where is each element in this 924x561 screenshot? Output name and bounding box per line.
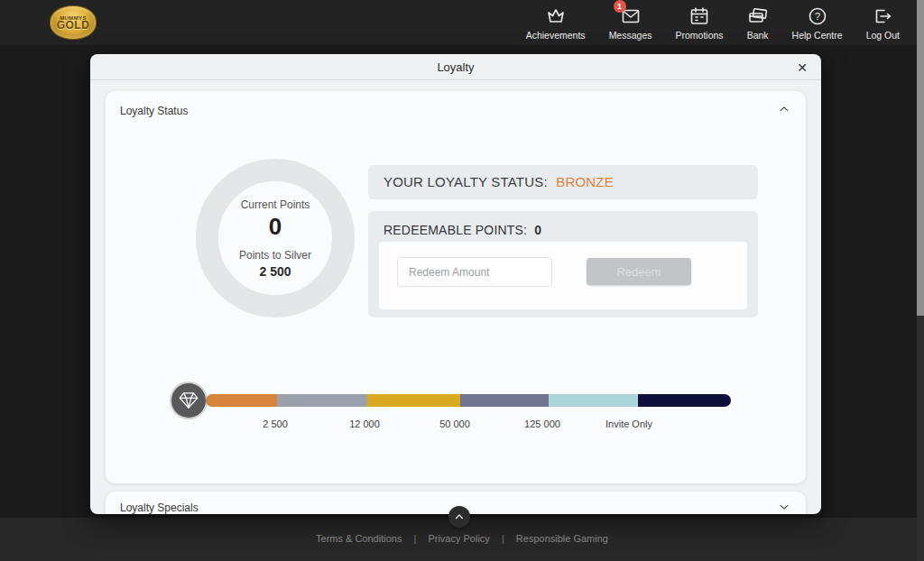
tier-threshold-label: 2 500 (263, 418, 288, 429)
segment-top-tier (638, 394, 731, 407)
close-icon[interactable]: ✕ (793, 59, 811, 77)
tier-threshold-label: 12 000 (349, 418, 380, 429)
nav-label: Achievements (526, 30, 586, 41)
modal-title: Loyalty (90, 54, 821, 80)
nav-label: Log Out (866, 30, 900, 41)
nav-item-promotions[interactable]: Promotions (663, 5, 735, 41)
redeemable-points-panel: REDEEMABLE POINTS: 0 Redeem (368, 211, 758, 317)
points-to-silver-value: 2 500 (259, 264, 291, 279)
nav-label: Promotions (675, 30, 723, 41)
loyalty-status-card: Loyalty Status Current Points 0 Points t… (106, 91, 806, 483)
segment-platinum (460, 394, 549, 407)
messages-badge: 1 (614, 0, 626, 13)
brand-logo-bottom-text: GOLD (57, 21, 90, 31)
calendar-icon (688, 5, 710, 27)
current-points-label: Current Points (241, 198, 310, 211)
loyalty-modal: Loyalty ✕ Loyalty Status Current Points … (90, 54, 821, 514)
terms-and-conditions-link[interactable]: Terms & Conditions (316, 533, 402, 544)
svg-text:?: ? (815, 11, 820, 22)
top-navbar: MUMMYS GOLD Achievements 1 Messages Prom… (0, 0, 924, 45)
tier-threshold-label: Invite Only (605, 418, 652, 429)
segment-diamond (549, 394, 638, 407)
redeem-amount-input[interactable] (397, 257, 552, 287)
nav-item-help-centre[interactable]: ? Help Centre (781, 5, 855, 41)
segment-bronze (206, 394, 277, 407)
nav-label: Bank (747, 30, 769, 41)
crown-icon (545, 5, 567, 27)
envelope-icon: 1 (620, 5, 642, 27)
brand-logo[interactable]: MUMMYS GOLD (50, 5, 97, 40)
tier-threshold-label: 50 000 (439, 418, 470, 429)
nav-item-achievements[interactable]: Achievements (514, 5, 597, 41)
chevron-down-icon[interactable] (777, 500, 791, 514)
redeemable-points-prefix: REDEEMABLE POINTS: (383, 223, 527, 237)
current-points-value: 0 (269, 213, 282, 241)
segment-gold (367, 394, 460, 407)
loyalty-status-banner: YOUR LOYALTY STATUS: BRONZE (368, 165, 758, 199)
question-icon: ? (807, 5, 828, 27)
loyalty-specials-title: Loyalty Specials (120, 501, 199, 514)
segment-silver (277, 394, 367, 407)
navbar-items: Achievements 1 Messages Promotions Bank … (514, 5, 911, 41)
points-to-silver-label: Points to Silver (239, 249, 311, 262)
redeem-button[interactable]: Redeem (587, 258, 691, 285)
page-scrollbar-track (917, 0, 924, 561)
nav-label: Messages (609, 30, 652, 41)
nav-item-messages[interactable]: 1 Messages (597, 5, 664, 41)
tier-progress-bar (206, 394, 731, 407)
logout-icon (872, 5, 893, 27)
page-scrollbar-thumb[interactable] (917, 0, 924, 316)
status-banner-prefix: YOUR LOYALTY STATUS: (383, 174, 548, 189)
redeemable-points-label: REDEEMABLE POINTS: 0 (383, 223, 541, 237)
chevron-up-icon[interactable] (777, 102, 791, 116)
footer-separator: | (502, 533, 504, 544)
tier-threshold-label: 125 000 (524, 418, 560, 429)
redeemable-points-value: 0 (534, 223, 541, 237)
nav-item-bank[interactable]: Bank (735, 5, 781, 41)
scroll-to-top-button[interactable] (448, 506, 470, 528)
loyalty-status-title: Loyalty Status (120, 105, 188, 117)
privacy-policy-link[interactable]: Privacy Policy (428, 533, 489, 544)
cards-icon (747, 5, 769, 27)
points-ring: Current Points 0 Points to Silver 2 500 (196, 159, 355, 317)
chevron-up-icon (453, 510, 466, 523)
nav-item-log-out[interactable]: Log Out (855, 5, 911, 41)
nav-label: Help Centre (792, 30, 843, 41)
redeem-form: Redeem (379, 242, 747, 309)
modal-header: Loyalty ✕ (90, 54, 821, 80)
status-tier-value: BRONZE (556, 174, 614, 189)
footer-separator: | (413, 533, 416, 544)
responsible-gaming-link[interactable]: Responsible Gaming (516, 533, 608, 544)
diamond-icon (171, 383, 206, 418)
